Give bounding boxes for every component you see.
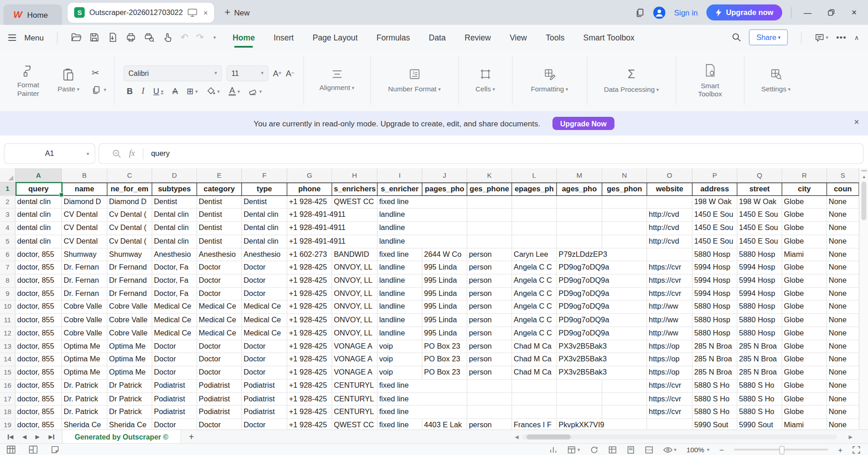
cell-M14[interactable]: PX3v2B5Bak3 [557, 353, 602, 366]
cell-Q15[interactable]: 285 N Broa [738, 366, 783, 380]
cell-B12[interactable]: Cobre Valle [62, 327, 107, 340]
spreadsheet-grid[interactable]: ABCDEFGHIJKLMNOPQRS1querynamene_for_emsu… [0, 168, 859, 430]
cell-K1[interactable]: ges_phone [467, 183, 512, 196]
add-sheet-button[interactable]: + [189, 432, 194, 442]
cell-D2[interactable]: Dentist [152, 196, 197, 209]
cell-N3[interactable] [602, 209, 647, 222]
cell-F4[interactable]: Dental clin [242, 222, 287, 235]
cell-R1[interactable]: city [782, 183, 827, 196]
cell-C1[interactable]: ne_for_em [107, 183, 152, 196]
cell-K8[interactable]: person [467, 275, 512, 288]
cell-F3[interactable]: Dental clin [242, 209, 287, 222]
comments-button[interactable]: ▾ [815, 33, 828, 41]
column-header-O[interactable]: O [647, 168, 692, 183]
cell-A16[interactable]: doctor, 855 [15, 380, 62, 393]
cell-N1[interactable]: ges_phon [602, 183, 647, 196]
cell-K7[interactable]: person [467, 261, 512, 275]
cell-C14[interactable]: Optima Me [107, 353, 152, 366]
cell-E19[interactable]: Doctor [197, 419, 242, 430]
tab-close-icon[interactable]: × [203, 8, 208, 17]
cell-C13[interactable]: Optima Me [107, 340, 152, 353]
cell-J16[interactable] [422, 380, 467, 393]
cell-J5[interactable] [422, 235, 467, 248]
cell-Q17[interactable]: 5880 S Ho [738, 393, 783, 406]
borders-button[interactable]: ⊞▾ [187, 86, 198, 96]
menu-tab-insert[interactable]: Insert [272, 26, 295, 49]
row-header-19[interactable]: 19 [0, 419, 15, 430]
cell-E8[interactable]: Doctor [197, 275, 242, 288]
menu-tab-tools[interactable]: Tools [545, 26, 566, 49]
increase-font-size-button[interactable]: A+ [273, 68, 281, 78]
cell-E13[interactable]: Doctor [197, 340, 242, 353]
cell-E16[interactable]: Podiatrist [197, 380, 242, 393]
cell-O1[interactable]: website [647, 183, 692, 196]
column-header-Q[interactable]: Q [738, 168, 783, 183]
cell-S10[interactable]: None [827, 301, 859, 314]
cell-I14[interactable]: voip [377, 353, 422, 366]
cell-H18[interactable]: CENTURYL [332, 406, 377, 419]
cell-M11[interactable]: PD9og7oDQ9a [557, 314, 602, 327]
cell-A8[interactable]: doctor, 855 [15, 275, 62, 288]
fill-color-button[interactable]: ▾ [207, 87, 220, 95]
zoom-slider[interactable] [734, 449, 828, 450]
cell-B7[interactable]: Dr. Fernan [62, 261, 107, 275]
cell-H12[interactable]: ONVOY, LL [332, 327, 377, 340]
column-header-D[interactable]: D [152, 168, 197, 183]
column-header-F[interactable]: F [242, 168, 287, 183]
cut-button[interactable]: ✂ [91, 67, 106, 78]
cell-G17[interactable]: +1 928-425 [287, 393, 332, 406]
cell-Q4[interactable]: 1450 E Sou [738, 222, 783, 235]
cell-C2[interactable]: Diamond D [107, 196, 152, 209]
cell-S7[interactable]: None [827, 261, 859, 275]
cell-C10[interactable]: Cobre Valle [107, 301, 152, 314]
cell-B14[interactable]: Optima Me [62, 353, 107, 366]
cell-K4[interactable] [467, 222, 512, 235]
cell-O11[interactable]: http://ww [647, 314, 692, 327]
cell-G15[interactable]: +1 928-425 [287, 366, 332, 380]
cell-F14[interactable]: Doctor [242, 353, 287, 366]
cell-B2[interactable]: Diamond D [62, 196, 107, 209]
menu-label[interactable]: Menu [25, 33, 44, 41]
cell-R9[interactable]: Globe [782, 288, 827, 301]
alignment-group-button[interactable]: Alignment▾ [306, 50, 368, 111]
cell-A7[interactable]: doctor, 855 [15, 261, 62, 275]
cell-G8[interactable]: +1 928-425 [287, 275, 332, 288]
zoom-out-button[interactable]: − [719, 445, 724, 454]
cell-S19[interactable]: None [827, 419, 859, 430]
cell-S12[interactable]: None [827, 327, 859, 340]
collapse-ribbon-icon[interactable]: ∧ [854, 34, 859, 41]
cell-K16[interactable] [467, 380, 512, 393]
cell-D3[interactable]: Dental clin [152, 209, 197, 222]
cell-F18[interactable]: Podiatrist [242, 406, 287, 419]
cell-N19[interactable] [602, 419, 647, 430]
cell-D13[interactable]: Doctor [152, 340, 197, 353]
restore-button[interactable] [824, 9, 838, 16]
row-header-8[interactable]: 8 [0, 275, 15, 288]
cell-B15[interactable]: Optima Me [62, 366, 107, 380]
cell-Q9[interactable]: 5994 Hosp [738, 288, 783, 301]
cell-J9[interactable]: 995 Linda [422, 288, 467, 301]
redo-icon[interactable]: ↷ [196, 32, 204, 43]
cell-G1[interactable]: phone [287, 183, 332, 196]
column-header-S[interactable]: S [827, 168, 859, 183]
cell-E5[interactable]: Dentist [197, 235, 242, 248]
cell-B19[interactable]: Sherida Ce [62, 419, 107, 430]
cell-H15[interactable]: VONAGE A [332, 366, 377, 380]
row-header-16[interactable]: 16 [0, 380, 15, 393]
cell-O10[interactable]: http://ww [647, 301, 692, 314]
cell-L19[interactable]: Frances I F [512, 419, 557, 430]
cell-L13[interactable]: Chad M Ca [512, 340, 557, 353]
cell-B1[interactable]: name [62, 183, 107, 196]
cell-O19[interactable] [647, 419, 692, 430]
vertical-scrollbar[interactable]: ▲ [859, 168, 868, 430]
menu-tab-data[interactable]: Data [427, 26, 447, 49]
toolbar-more-chevron-icon[interactable]: ▾ [213, 35, 216, 40]
cell-P11[interactable]: 5880 Hosp [692, 314, 738, 327]
menu-tab-review[interactable]: Review [463, 26, 492, 49]
row-header-10[interactable]: 10 [0, 301, 15, 314]
cell-N4[interactable] [602, 222, 647, 235]
cell-I3[interactable]: landline [377, 209, 422, 222]
scroll-left-icon[interactable]: ◀ [515, 434, 518, 440]
cell-F13[interactable]: Doctor [242, 340, 287, 353]
cell-P16[interactable]: 5880 S Ho [692, 380, 738, 393]
